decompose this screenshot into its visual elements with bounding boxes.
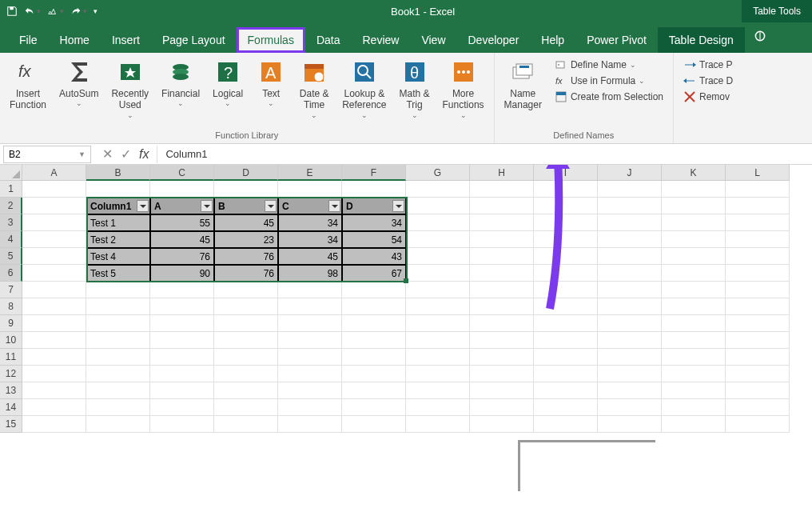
cell[interactable] (342, 315, 406, 332)
tab-help[interactable]: Help (530, 27, 575, 53)
row-header-15[interactable]: 15 (0, 416, 22, 433)
cell[interactable] (22, 349, 86, 366)
row-header-2[interactable]: 2 (0, 198, 22, 214)
cell[interactable] (342, 181, 406, 198)
row-header-10[interactable]: 10 (0, 332, 22, 349)
tab-home[interactable]: Home (49, 27, 101, 53)
cell[interactable]: 54 (342, 231, 406, 248)
cell[interactable] (662, 181, 726, 198)
cell[interactable] (214, 332, 278, 349)
cell[interactable] (22, 214, 86, 231)
cell[interactable] (662, 349, 726, 366)
cell[interactable] (86, 399, 150, 416)
cell[interactable] (278, 315, 342, 332)
cell[interactable] (22, 181, 86, 198)
cell[interactable] (726, 198, 790, 214)
cell[interactable] (278, 349, 342, 366)
cell[interactable] (214, 349, 278, 366)
row-header-9[interactable]: 9 (0, 315, 22, 332)
cell[interactable] (86, 315, 150, 332)
row-header-7[interactable]: 7 (0, 282, 22, 298)
cell[interactable] (406, 298, 470, 315)
cell[interactable] (726, 349, 790, 366)
cell[interactable] (534, 298, 598, 315)
column-header-E[interactable]: E (278, 165, 342, 181)
trace-precedents-button[interactable]: Trace P (682, 58, 734, 72)
cell[interactable] (22, 298, 86, 315)
column-header-D[interactable]: D (214, 165, 278, 181)
cell[interactable] (534, 349, 598, 366)
tab-table-design[interactable]: Table Design (658, 27, 745, 53)
cell[interactable] (86, 332, 150, 349)
column-header-H[interactable]: H (470, 165, 534, 181)
cell[interactable] (534, 248, 598, 265)
cell[interactable] (22, 332, 86, 349)
date-time-button[interactable]: Date & Time⌄ (294, 56, 334, 122)
cell[interactable] (406, 231, 470, 248)
cell[interactable] (150, 181, 214, 198)
cell[interactable] (662, 298, 726, 315)
column-header-I[interactable]: I (534, 165, 598, 181)
cell[interactable]: 76 (214, 265, 278, 282)
cell[interactable] (406, 366, 470, 382)
cell[interactable] (534, 399, 598, 416)
cell[interactable]: 76 (150, 248, 214, 265)
tab-review[interactable]: Review (352, 27, 411, 53)
more-functions-button[interactable]: More Functions⌄ (438, 56, 489, 122)
cell[interactable] (214, 298, 278, 315)
cell[interactable] (278, 181, 342, 198)
filter-dropdown[interactable] (201, 200, 213, 212)
cell[interactable] (534, 214, 598, 231)
cell[interactable] (726, 366, 790, 382)
chart-placeholder[interactable] (518, 440, 655, 491)
filter-dropdown[interactable] (328, 200, 340, 212)
column-header-J[interactable]: J (598, 165, 662, 181)
cell[interactable] (598, 181, 662, 198)
cell[interactable] (598, 198, 662, 214)
enter-formula-button[interactable]: ✓ (121, 146, 131, 162)
cell[interactable] (598, 349, 662, 366)
cell[interactable] (278, 382, 342, 399)
cell[interactable] (150, 332, 214, 349)
cell[interactable] (726, 416, 790, 433)
cell[interactable]: 34 (278, 214, 342, 231)
math-trig-button[interactable]: θ Math & Trig⌄ (395, 56, 435, 122)
use-in-formula-button[interactable]: fxUse in Formula ⌄ (553, 74, 665, 88)
worksheet-grid[interactable]: ABCDEFGHIJKL 123456789101112131415 Colum… (0, 165, 812, 508)
cell[interactable] (342, 366, 406, 382)
cell[interactable] (406, 265, 470, 282)
column-header-C[interactable]: C (150, 165, 214, 181)
cell[interactable] (470, 382, 534, 399)
cell[interactable] (406, 248, 470, 265)
column-header-L[interactable]: L (726, 165, 790, 181)
cell[interactable] (278, 399, 342, 416)
row-header-14[interactable]: 14 (0, 399, 22, 416)
cell[interactable] (662, 282, 726, 298)
tab-page-layout[interactable]: Page Layout (151, 27, 237, 53)
cell[interactable]: 55 (150, 214, 214, 231)
tab-power-pivot[interactable]: Power Pivot (575, 27, 658, 53)
cell[interactable] (406, 349, 470, 366)
cell[interactable]: Test 4 (86, 248, 150, 265)
cell[interactable] (726, 248, 790, 265)
tab-developer[interactable]: Developer (457, 27, 531, 53)
column-header-G[interactable]: G (406, 165, 470, 181)
autosave-icon[interactable]: ▾ (47, 6, 64, 17)
cell[interactable] (534, 382, 598, 399)
cell[interactable] (214, 181, 278, 198)
cell[interactable]: D (342, 198, 406, 214)
cell[interactable] (86, 349, 150, 366)
cell[interactable]: Column1 (86, 198, 150, 214)
cell[interactable] (726, 315, 790, 332)
tab-view[interactable]: View (410, 27, 456, 53)
cell[interactable] (86, 382, 150, 399)
cell[interactable] (470, 265, 534, 282)
cell[interactable] (22, 416, 86, 433)
cell[interactable] (598, 248, 662, 265)
recently-used-button[interactable]: Recently Used⌄ (106, 56, 153, 122)
cell[interactable] (22, 366, 86, 382)
cell[interactable] (342, 349, 406, 366)
cell[interactable] (22, 198, 86, 214)
select-all-corner[interactable] (0, 165, 22, 181)
cell[interactable] (534, 366, 598, 382)
